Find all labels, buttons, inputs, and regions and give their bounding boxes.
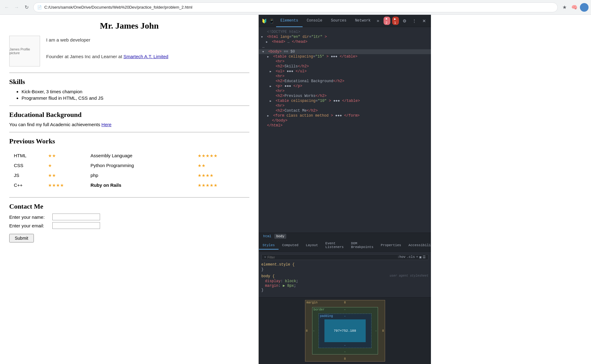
styles-tab-accessibility[interactable]: Accessibility [405,242,431,250]
dom-line-h2-works[interactable]: <h2>Previous Works</h2> [259,94,431,98]
edu-link[interactable]: Here [102,122,112,127]
dom-line-hr1[interactable]: <hr> [259,59,431,64]
filter-settings[interactable]: ☰ [423,255,426,259]
divider-2 [9,106,249,106]
expand-arrow-ul[interactable] [270,69,273,74]
forward-button[interactable]: → [12,3,21,12]
styles-tab-styles[interactable]: Styles [259,242,279,250]
stars-python: ★★ [198,163,206,168]
profile-button[interactable] [580,3,589,12]
error-badge: ✖ 2 [384,17,390,25]
styles-tab-event-listeners[interactable]: Event Listeners [322,240,347,251]
dom-line-form[interactable]: <form class action method > ●●● </form> [259,113,431,118]
affiliation-link[interactable]: Smartech A.T. Limited [123,54,168,59]
devtools-inspect-btn[interactable]: 🔰 [261,17,267,25]
expand-arrow-head[interactable] [266,40,270,44]
dom-line-table2[interactable]: <table cellspacing="10" > ●●● </table> [259,98,431,103]
filter-input[interactable] [267,255,396,259]
border-bottom-val: - [344,350,346,354]
styles-tab-computed[interactable]: Computed [279,242,302,250]
style-rule-element: element.style { } [261,262,428,272]
dom-line-head[interactable]: <head> … </head> [259,39,431,44]
border-label: border [314,308,325,311]
tab-elements[interactable]: Elements [276,15,303,27]
contact-name-input[interactable] [52,214,100,220]
affiliation-text: Founder at James Inc and Learner at Smar… [46,52,168,61]
expand-arrow-p[interactable] [270,84,273,88]
dom-line-close-body[interactable]: </body> [259,118,431,123]
dom-line-close-html[interactable]: </html> [259,123,431,128]
styles-tab-properties[interactable]: Properties [377,242,405,250]
styles-tab-layout[interactable]: Layout [302,242,322,250]
devtools-topbar: 🔰 📱 Elements Console Sources Network » ✖… [259,15,431,27]
tab-network[interactable]: Network [351,15,375,27]
address-bar[interactable]: 📄 [33,2,558,12]
submit-button[interactable]: Submit [9,234,34,242]
skills-list: Kick-Boxer, 3 times champion Programmer … [9,89,249,101]
tab-console[interactable]: Console [303,15,327,27]
margin-label: margin [307,301,318,304]
tab-sources[interactable]: Sources [327,15,351,27]
border-right-val: - [375,329,377,333]
devtools-close-icon[interactable]: ✕ [420,17,428,25]
stars-cpp: ★★★★ [48,183,64,188]
box-model: margin 8 8 8 8 border - - - - [305,300,385,362]
devtools-device-btn[interactable]: 📱 [269,17,275,25]
extensions-button[interactable]: 🧠 [570,3,579,12]
work-stars-cpp: ★★★★ [48,182,86,188]
dom-line-h2-edu[interactable]: <h2>Educational Background</h2> [259,79,431,84]
padding-layer: padding - - 797×752.188 [319,314,372,348]
expand-arrow-html[interactable] [261,35,265,39]
dom-line-hr2[interactable]: <hr> [259,74,431,79]
warning-badge: ▶ 1 [392,17,399,25]
expand-arrow-form[interactable] [267,114,271,118]
back-button[interactable]: ← [2,3,11,12]
url-input[interactable] [44,5,554,10]
dom-line-dots[interactable]: … [259,44,431,49]
reload-button[interactable]: ↻ [22,3,31,12]
dom-html-tag: <html [267,35,278,39]
dom-line-doctype[interactable]: <!DOCTYPE html> [259,30,431,34]
bottom-panel: html body Styles Computed Layout Event L… [259,233,431,364]
dom-line-p[interactable]: <p> ●●● </p> [259,84,431,89]
work-stars-css: ★ [48,163,86,168]
contact-email-input[interactable] [52,222,100,229]
main-area: Mr. James John James Profile picture I a… [0,15,591,364]
dom-line-body[interactable]: <body> == $0 [259,49,431,54]
border-top-val: - [344,308,346,311]
filter-copy[interactable]: ▣ [419,255,421,259]
expand-arrow-table2[interactable] [270,99,273,103]
stars-js: ★★ [48,173,56,178]
filter-plus[interactable]: + [416,255,418,259]
dom-line-hr4[interactable]: <hr> [259,103,431,108]
devtools-more-btn[interactable]: » [375,18,381,23]
breadcrumb-html[interactable]: html [261,234,273,239]
content-dimensions: 797×752.188 [334,329,356,333]
devtools-dots-icon[interactable]: ⋮ [410,17,419,25]
expand-arrow-body[interactable] [262,50,266,54]
devtools-settings: ⚙ ⋮ ✕ [400,17,428,25]
work-name-css: CSS [14,163,43,168]
expand-arrow-table1[interactable] [267,54,271,59]
style-close-element: } [261,267,428,272]
dom-line-table1[interactable]: <table cellspacing="15" > ●●● </table> [259,54,431,59]
dom-line-hr3[interactable]: <hr> [259,89,431,94]
border-layer: border - - - - padding - - [312,307,378,354]
dom-line-html[interactable]: <html lang="en" dir="ltr" > [259,34,431,39]
dom-line-h2-skills[interactable]: <h2>Skills</h2> [259,64,431,69]
dom-line-h2-contact[interactable]: <h2>Contact Me</h2> [259,108,431,113]
bookmark-button[interactable]: ★ [560,3,569,12]
works-heading: Previous Works [9,137,249,145]
devtools-gear-icon[interactable]: ⚙ [400,17,409,25]
filter-hov[interactable]: :hov [397,255,405,259]
breadcrumb-body[interactable]: body [274,234,286,239]
contact-heading: Contact Me [9,202,249,210]
dom-line-ul[interactable]: <ul> ●●● </ul> [259,69,431,74]
filter-cls[interactable]: .cls [407,255,415,259]
edu-text: You can find my full Academic achievemen… [9,122,249,127]
contact-name-label: Enter your name: [9,214,52,220]
work-stars-php: ★★★★ [198,173,245,178]
stars-rails: ★★★★★ [198,183,218,188]
profile-image: James Profile picture [9,36,40,66]
styles-tab-dom-breakpoints[interactable]: DOM Breakpoints [347,240,377,251]
